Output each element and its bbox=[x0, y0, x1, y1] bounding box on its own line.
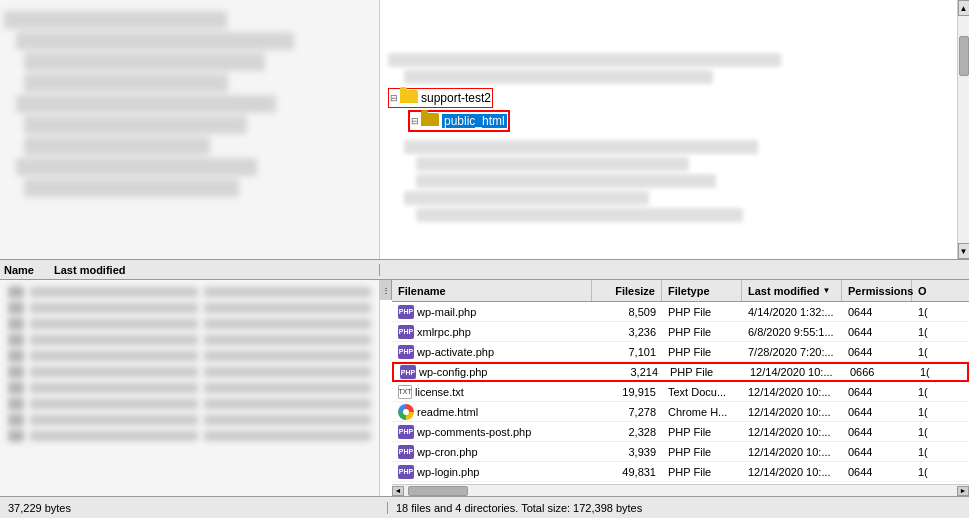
table-row[interactable]: PHP wp-comments-post.php 2,328 PHP File … bbox=[392, 422, 969, 442]
left-col1-header: Name bbox=[4, 264, 34, 276]
cell-filename: PHP wp-login.php bbox=[392, 464, 592, 480]
cell-filetype: PHP File bbox=[662, 425, 742, 439]
cell-lastmod: 4/14/2020 1:32:... bbox=[742, 305, 842, 319]
cell-filesize: 3,939 bbox=[592, 445, 662, 459]
col-header-filetype[interactable]: Filetype bbox=[662, 280, 742, 301]
table-header: Filename Filesize Filetype Last modified… bbox=[392, 280, 969, 302]
cell-o: 1( bbox=[912, 445, 942, 459]
left-panel-top bbox=[0, 0, 380, 259]
tree-label-support-test2: support-test2 bbox=[421, 91, 491, 105]
col-header-filename[interactable]: Filename bbox=[392, 280, 592, 301]
cell-lastmod: 6/8/2020 9:55:1... bbox=[742, 325, 842, 339]
cell-filename: PHP xmlrpc.php bbox=[392, 324, 592, 340]
scroll-up-arrow[interactable]: ▲ bbox=[958, 0, 970, 16]
status-left: 37,229 bytes bbox=[8, 502, 388, 514]
table-row[interactable]: PHP xmlrpc.php 3,236 PHP File 6/8/2020 9… bbox=[392, 322, 969, 342]
cell-filesize: 3,214 bbox=[594, 365, 664, 379]
filename-text: readme.html bbox=[417, 406, 478, 418]
php-icon: PHP bbox=[398, 305, 414, 319]
cell-filetype: PHP File bbox=[662, 305, 742, 319]
chrome-icon bbox=[398, 404, 414, 420]
cell-permissions: 0644 bbox=[842, 405, 912, 419]
cell-filesize: 19,915 bbox=[592, 385, 662, 399]
file-list-area: ⋮ Filename Filesize Filetype Last modifi… bbox=[0, 280, 969, 496]
cell-o: 1( bbox=[912, 305, 942, 319]
status-bar: 37,229 bytes 18 files and 4 directories.… bbox=[0, 496, 969, 518]
table-row[interactable]: readme.html 7,278 Chrome H... 12/14/2020… bbox=[392, 402, 969, 422]
cell-filename: PHP wp-cron.php bbox=[392, 444, 592, 460]
table-row[interactable]: TXT license.txt 19,915 Text Docu... 12/1… bbox=[392, 382, 969, 402]
cell-filetype: PHP File bbox=[662, 465, 742, 479]
cell-permissions: 0644 bbox=[842, 465, 912, 479]
col-header-o[interactable]: O bbox=[912, 280, 942, 301]
cell-filesize: 3,236 bbox=[592, 325, 662, 339]
left-file-list bbox=[0, 280, 380, 496]
cell-filetype: Chrome H... bbox=[662, 405, 742, 419]
table-row[interactable]: PHP wp-activate.php 7,101 PHP File 7/28/… bbox=[392, 342, 969, 362]
left-col2-header: Last modified bbox=[54, 264, 126, 276]
tree-scrollbar[interactable]: ▲ ▼ bbox=[957, 0, 969, 259]
table-row[interactable]: PHP wp-login.php 49,831 PHP File 12/14/2… bbox=[392, 462, 969, 482]
left-header: Name Last modified bbox=[0, 264, 380, 276]
table-row[interactable]: PHP wp-cron.php 3,939 PHP File 12/14/202… bbox=[392, 442, 969, 462]
php-icon: PHP bbox=[398, 465, 414, 479]
filename-text: wp-mail.php bbox=[417, 306, 476, 318]
php-icon: PHP bbox=[398, 325, 414, 339]
scroll-down-arrow[interactable]: ▼ bbox=[958, 243, 970, 259]
cell-filetype: PHP File bbox=[662, 345, 742, 359]
cell-filesize: 49,831 bbox=[592, 465, 662, 479]
cell-o: 1( bbox=[912, 325, 942, 339]
php-icon: PHP bbox=[400, 365, 416, 379]
cell-filetype: PHP File bbox=[662, 325, 742, 339]
pane-divider[interactable]: ⋮ bbox=[380, 280, 392, 300]
cell-filetype: PHP File bbox=[664, 365, 744, 379]
top-pane: ⊟ support-test2 ⊟ bbox=[0, 0, 969, 260]
cell-lastmod: 7/28/2020 7:20:... bbox=[742, 345, 842, 359]
right-file-list: Filename Filesize Filetype Last modified… bbox=[392, 280, 969, 496]
cell-lastmod: 12/14/2020 10:... bbox=[742, 465, 842, 479]
right-panel-top: ⊟ support-test2 ⊟ bbox=[380, 0, 969, 259]
cell-lastmod: 12/14/2020 10:... bbox=[742, 405, 842, 419]
cell-o: 1( bbox=[912, 405, 942, 419]
filename-text: wp-activate.php bbox=[417, 346, 494, 358]
tree-item-support-test2[interactable]: ⊟ support-test2 bbox=[388, 88, 949, 108]
file-rows-container[interactable]: PHP wp-mail.php 8,509 PHP File 4/14/2020… bbox=[392, 302, 969, 484]
col-header-filesize[interactable]: Filesize bbox=[592, 280, 662, 301]
main-container: ⊟ support-test2 ⊟ bbox=[0, 0, 969, 518]
status-right: 18 files and 4 directories. Total size: … bbox=[388, 502, 642, 514]
cell-filesize: 8,509 bbox=[592, 305, 662, 319]
cell-filesize: 2,328 bbox=[592, 425, 662, 439]
php-icon: PHP bbox=[398, 345, 414, 359]
cell-permissions: 0644 bbox=[842, 305, 912, 319]
cell-filetype: PHP File bbox=[662, 445, 742, 459]
col-header-lastmod[interactable]: Last modified ▼ bbox=[742, 280, 842, 301]
table-row[interactable]: PHP wp-config.php 3,214 PHP File 12/14/2… bbox=[392, 362, 969, 382]
cell-o: 1( bbox=[912, 465, 942, 479]
cell-filename: readme.html bbox=[392, 403, 592, 421]
cell-permissions: 0644 bbox=[842, 425, 912, 439]
table-row[interactable]: PHP wp-mail.php 8,509 PHP File 4/14/2020… bbox=[392, 302, 969, 322]
cell-filename: PHP wp-activate.php bbox=[392, 344, 592, 360]
filename-text: wp-config.php bbox=[419, 366, 488, 378]
split-header: Name Last modified bbox=[0, 260, 969, 280]
status-summary: 18 files and 4 directories. Total size: … bbox=[396, 502, 642, 514]
h-scrollbar[interactable]: ◄ ► bbox=[392, 484, 969, 496]
cell-filename: TXT license.txt bbox=[392, 384, 592, 400]
col-header-permissions[interactable]: Permissions bbox=[842, 280, 912, 301]
cell-lastmod: 12/14/2020 10:... bbox=[744, 365, 844, 379]
cell-lastmod: 12/14/2020 10:... bbox=[742, 425, 842, 439]
cell-permissions: 0644 bbox=[842, 325, 912, 339]
tree-label-public-html: public_html bbox=[442, 114, 507, 128]
bottom-pane: Name Last modified bbox=[0, 260, 969, 518]
txt-icon: TXT bbox=[398, 385, 412, 399]
cell-filesize: 7,278 bbox=[592, 405, 662, 419]
cell-o: 1( bbox=[912, 425, 942, 439]
filename-text: license.txt bbox=[415, 386, 464, 398]
tree-item-public-html[interactable]: ⊟ public_html bbox=[408, 110, 949, 132]
filename-text: xmlrpc.php bbox=[417, 326, 471, 338]
cell-permissions: 0644 bbox=[842, 445, 912, 459]
scroll-thumb[interactable] bbox=[959, 36, 969, 76]
cell-filetype: Text Docu... bbox=[662, 385, 742, 399]
h-scroll-thumb[interactable] bbox=[408, 486, 468, 496]
cell-filename: PHP wp-config.php bbox=[394, 364, 594, 380]
